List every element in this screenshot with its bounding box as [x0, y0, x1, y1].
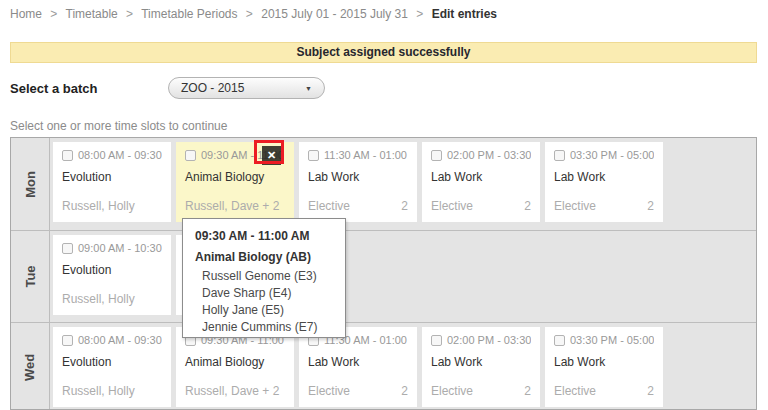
breadcrumb-link-period-range[interactable]: 2015 July 01 - 2015 July 31	[261, 7, 408, 21]
close-icon[interactable]: ✕	[262, 146, 281, 165]
timetable-grid: Mon 08:00 AM - 09:30 AM Evolution Russel…	[10, 137, 757, 410]
breadcrumb-separator: >	[50, 7, 57, 21]
slot-teachers: Russell, Holly	[62, 292, 135, 306]
slot-teachers: Russell, Dave + 2	[185, 199, 279, 213]
slot-subject: Lab Work	[431, 355, 531, 369]
slot-count: 2	[524, 199, 531, 213]
time-slot-wed-3[interactable]: 11:30 AM - 01:00 PM Lab Work Elective2	[299, 327, 417, 407]
slot-checkbox[interactable]	[431, 150, 442, 161]
success-banner: Subject assigned successfully	[10, 42, 757, 63]
slot-checkbox[interactable]	[62, 150, 73, 161]
batch-select-dropdown[interactable]: ZOO - 2015 ▼	[168, 77, 325, 99]
tooltip-teacher: Dave Sharp (E4)	[195, 285, 333, 302]
slot-subject: Animal Biology	[185, 355, 285, 369]
day-header-tue: Tue	[11, 231, 50, 322]
tooltip-teacher: Jennie Cummins (E7)	[195, 319, 333, 336]
slot-count: 2	[524, 384, 531, 398]
slot-count: 2	[401, 384, 408, 398]
slot-details-tooltip: 09:30 AM - 11:00 AM Animal Biology (AB) …	[182, 218, 346, 338]
time-slot-mon-1[interactable]: 08:00 AM - 09:30 AM Evolution Russell, H…	[53, 142, 171, 222]
slot-checkbox[interactable]	[185, 150, 196, 161]
slot-time-label: 08:00 AM - 09:30 AM	[78, 149, 162, 161]
slot-checkbox[interactable]	[431, 335, 442, 346]
slot-subject: Lab Work	[308, 170, 408, 184]
slot-elective-label: Elective	[554, 199, 596, 213]
tooltip-teacher: Russell Genome (E3)	[195, 268, 333, 285]
slot-teachers: Russell, Holly	[62, 199, 135, 213]
breadcrumb-link-home[interactable]: Home	[10, 7, 42, 21]
breadcrumb-current-edit-entries: Edit entries	[432, 7, 497, 21]
breadcrumb-separator: >	[246, 7, 253, 21]
time-slot-wed-5[interactable]: 03:30 PM - 05:00 PM Lab Work Elective2	[545, 327, 663, 407]
slot-time-label: 09:00 AM - 10:30 AM	[78, 242, 162, 254]
day-header-mon: Mon	[11, 138, 50, 230]
day-label: Wed	[23, 353, 38, 380]
slot-elective-label: Elective	[431, 199, 473, 213]
slot-time-label: 03:30 PM - 05:00 PM	[570, 149, 654, 161]
slot-subject: Lab Work	[554, 355, 654, 369]
slot-time-label: 11:30 AM - 01:00 PM	[324, 149, 408, 161]
timetable-row-mon: Mon 08:00 AM - 09:30 AM Evolution Russel…	[11, 138, 756, 231]
slot-elective-label: Elective	[554, 384, 596, 398]
slot-subject: Evolution	[62, 263, 162, 277]
slot-subject: Animal Biology	[185, 170, 285, 184]
row-cells: 08:00 AM - 09:30 AM Evolution Russell, H…	[50, 323, 756, 410]
slot-checkbox[interactable]	[554, 150, 565, 161]
slot-elective-label: Elective	[431, 384, 473, 398]
slot-elective-label: Elective	[308, 384, 350, 398]
slot-teachers: Russell, Holly	[62, 384, 135, 398]
slot-subject: Lab Work	[554, 170, 654, 184]
instruction-text: Select one or more time slots to continu…	[10, 119, 227, 133]
batch-selected-value: ZOO - 2015	[181, 81, 244, 95]
time-slot-mon-4[interactable]: 02:00 PM - 03:30 PM Lab Work Elective2	[422, 142, 540, 222]
slot-subject: Lab Work	[308, 355, 408, 369]
day-header-wed: Wed	[11, 323, 50, 410]
slot-subject: Lab Work	[431, 170, 531, 184]
slot-count: 2	[647, 199, 654, 213]
slot-time-label: 08:00 AM - 09:30 AM	[78, 334, 162, 346]
breadcrumb-link-timetable[interactable]: Timetable	[66, 7, 118, 21]
tooltip-subject: Animal Biology (AB)	[195, 250, 333, 264]
breadcrumb: Home > Timetable > Timetable Periods > 2…	[10, 7, 497, 21]
row-cells: 09:00 AM - 10:30 AM Evolution Russell, H…	[50, 231, 756, 322]
time-slot-tue-1[interactable]: 09:00 AM - 10:30 AM Evolution Russell, H…	[53, 235, 171, 315]
day-label: Mon	[23, 171, 38, 198]
day-label: Tue	[23, 265, 38, 287]
slot-subject: Evolution	[62, 170, 162, 184]
time-slot-mon-5[interactable]: 03:30 PM - 05:00 PM Lab Work Elective2	[545, 142, 663, 222]
slot-teachers: Russell, Dave + 2	[185, 384, 279, 398]
timetable-row-tue: Tue 09:00 AM - 10:30 AM Evolution Russel…	[11, 231, 756, 323]
slot-time-label: 02:00 PM - 03:30 PM	[447, 149, 531, 161]
timetable-row-wed: Wed 08:00 AM - 09:30 AM Evolution Russel…	[11, 323, 756, 410]
chevron-down-icon: ▼	[305, 85, 312, 92]
time-slot-mon-3[interactable]: 11:30 AM - 01:00 PM Lab Work Elective2	[299, 142, 417, 222]
slot-checkbox[interactable]	[554, 335, 565, 346]
timetable-edit-page: Home > Timetable > Timetable Periods > 2…	[0, 0, 768, 410]
slot-subject: Evolution	[62, 355, 162, 369]
time-slot-mon-2-selected[interactable]: 09:30 AM - 11:00 AM Animal Biology Russe…	[176, 142, 294, 222]
slot-time-label: 02:00 PM - 03:30 PM	[447, 334, 531, 346]
tooltip-time: 09:30 AM - 11:00 AM	[195, 229, 333, 243]
slot-checkbox[interactable]	[308, 150, 319, 161]
time-slot-wed-1[interactable]: 08:00 AM - 09:30 AM Evolution Russell, H…	[53, 327, 171, 407]
slot-time-label: 03:30 PM - 05:00 PM	[570, 334, 654, 346]
row-cells: 08:00 AM - 09:30 AM Evolution Russell, H…	[50, 138, 756, 230]
breadcrumb-separator: >	[416, 7, 423, 21]
breadcrumb-link-timetable-periods[interactable]: Timetable Periods	[141, 7, 237, 21]
slot-checkbox[interactable]	[62, 335, 73, 346]
time-slot-wed-2[interactable]: 09:30 AM - 11:00 AM Animal Biology Russe…	[176, 327, 294, 407]
time-slot-wed-4[interactable]: 02:00 PM - 03:30 PM Lab Work Elective2	[422, 327, 540, 407]
tooltip-teacher: Holly Jane (E5)	[195, 302, 333, 319]
slot-elective-label: Elective	[308, 199, 350, 213]
breadcrumb-separator: >	[126, 7, 133, 21]
batch-select-label: Select a batch	[10, 81, 97, 96]
slot-checkbox[interactable]	[62, 243, 73, 254]
slot-count: 2	[647, 384, 654, 398]
slot-count: 2	[401, 199, 408, 213]
